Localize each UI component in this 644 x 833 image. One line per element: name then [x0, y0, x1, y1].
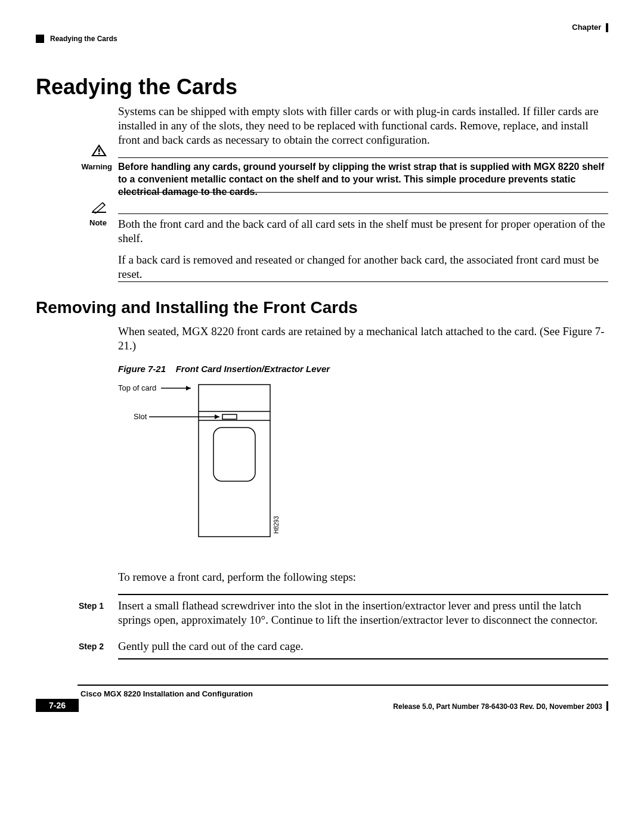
footer-release: Release 5.0, Part Number 78-6430-03 Rev.… [393, 702, 602, 711]
footer-rule [78, 685, 608, 686]
steps-hr-top [118, 594, 608, 595]
note-icon [91, 200, 107, 216]
fig-id: H8293 [273, 516, 280, 534]
intro-paragraph: Systems can be shipped with empty slots … [118, 104, 608, 147]
header-chapter: Chapter [572, 23, 608, 32]
figure-caption: Figure 7-21 Front Card Insertion/Extract… [118, 364, 330, 374]
note-p2: If a back card is removed and reseated o… [118, 253, 608, 281]
figure-title: Front Card Insertion/Extractor Lever [176, 364, 330, 374]
fig-label-top: Top of card [118, 383, 156, 392]
warning-hr-top [118, 157, 608, 158]
note-hr-bottom [118, 281, 608, 282]
steps-hr-bottom [118, 658, 608, 659]
header-square-icon [36, 35, 44, 43]
warning-icon [91, 143, 107, 160]
warning-hr-bottom [118, 192, 608, 193]
header-bar-icon [606, 23, 608, 32]
step2-label: Step 2 [79, 642, 112, 651]
step1-text: Insert a small flathead screwdriver into… [118, 599, 608, 627]
svg-marker-13 [186, 386, 191, 391]
footer-page-badge: 7-26 [36, 699, 79, 712]
footer-doc-title: Cisco MGX 8220 Installation and Configur… [80, 689, 253, 698]
svg-rect-11 [213, 428, 255, 481]
note-label: Note [89, 218, 107, 227]
svg-rect-3 [98, 153, 100, 155]
step1-label: Step 1 [79, 601, 112, 611]
header-section: Readying the Cards [36, 35, 117, 43]
footer-page-number: 7-26 [49, 701, 66, 710]
svg-rect-7 [199, 385, 270, 537]
heading-readying: Readying the Cards [36, 75, 237, 100]
svg-rect-2 [98, 148, 100, 152]
page: Chapter Readying the Cards Readying the … [0, 0, 644, 833]
sub-paragraph: When seated, MGX 8220 front cards are re… [118, 324, 608, 353]
fig-label-slot: Slot [134, 412, 147, 421]
header-section-text: Readying the Cards [50, 35, 117, 43]
step2-text: Gently pull the card out of the card cag… [118, 639, 608, 654]
figure-diagram: Top of card Slot H8293 [118, 379, 309, 540]
figure-label: Figure 7-21 [118, 364, 166, 374]
note-hr-top [118, 213, 608, 214]
remove-intro: To remove a front card, perform the foll… [118, 570, 608, 584]
warning-label: Warning [79, 162, 112, 171]
svg-line-6 [103, 203, 105, 205]
warning-text: Before handling any cards, ground yourse… [118, 161, 608, 198]
svg-marker-15 [215, 414, 219, 419]
chapter-label: Chapter [572, 23, 601, 32]
note-p1: Both the front card and the back card of… [118, 217, 608, 246]
footer-bar-icon [606, 701, 608, 711]
heading-removing: Removing and Installing the Front Cards [36, 298, 358, 317]
svg-rect-10 [222, 414, 237, 419]
